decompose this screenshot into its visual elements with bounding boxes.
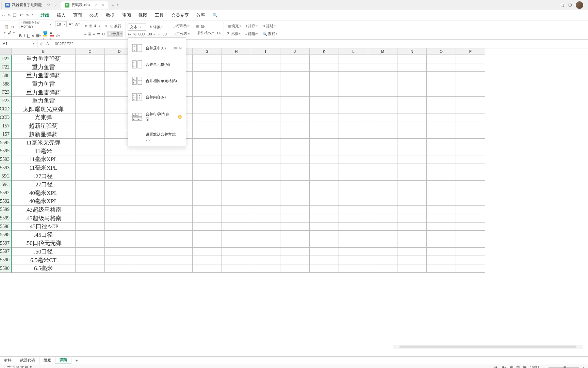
cell[interactable] (251, 63, 280, 72)
cell[interactable]: 重力鱼雷弹药 (12, 55, 76, 63)
cell[interactable] (310, 172, 339, 181)
cell[interactable] (427, 223, 456, 231)
row-header[interactable]: CCD (0, 105, 12, 114)
cell[interactable] (76, 214, 105, 223)
justify-icon[interactable]: ≣ (97, 32, 100, 36)
cell[interactable] (427, 189, 456, 198)
user-avatar[interactable] (576, 1, 583, 9)
row-header[interactable]: 59C (0, 172, 12, 181)
cell[interactable] (427, 248, 456, 256)
cell[interactable] (368, 181, 397, 189)
more-icon[interactable]: ▾ (32, 13, 33, 18)
cell[interactable] (427, 122, 456, 131)
underline-button[interactable]: U (27, 34, 30, 38)
cell[interactable] (105, 231, 134, 239)
cell[interactable] (251, 72, 280, 80)
cell[interactable] (134, 231, 163, 239)
cell[interactable] (251, 155, 280, 164)
cell[interactable] (456, 231, 485, 239)
cell[interactable] (310, 97, 339, 105)
cell[interactable] (193, 189, 222, 198)
cell[interactable] (134, 164, 163, 172)
cell[interactable] (368, 164, 397, 172)
cell[interactable] (251, 55, 280, 63)
view-page-icon[interactable]: ▥ (516, 365, 520, 368)
cell[interactable] (251, 239, 280, 248)
cell[interactable]: .50口径 (12, 248, 76, 256)
row-header[interactable]: 157 (0, 122, 12, 131)
column-header[interactable]: J (280, 48, 310, 55)
cell[interactable] (222, 256, 251, 264)
cell[interactable] (310, 206, 339, 214)
cell[interactable] (193, 264, 222, 273)
cell[interactable] (397, 55, 427, 63)
cell[interactable] (193, 239, 222, 248)
cell[interactable] (368, 264, 397, 273)
cell[interactable] (134, 223, 163, 231)
cell[interactable] (339, 139, 368, 147)
cell[interactable] (134, 264, 163, 273)
cell[interactable] (193, 55, 222, 63)
cell[interactable] (280, 113, 310, 122)
cell[interactable] (368, 223, 397, 231)
cell[interactable] (193, 197, 222, 206)
cell[interactable]: 11毫米XPL (12, 155, 76, 164)
cell[interactable] (163, 147, 193, 156)
cell[interactable] (397, 197, 427, 206)
cell[interactable] (251, 88, 280, 97)
indent-left-icon[interactable]: ⇤ (99, 24, 102, 28)
cell[interactable] (280, 189, 310, 198)
cell[interactable] (427, 181, 456, 189)
cell[interactable] (105, 172, 134, 181)
search-icon[interactable]: 🔍 (213, 13, 218, 18)
cell[interactable] (222, 231, 251, 239)
cell[interactable] (134, 197, 163, 206)
align-right-icon[interactable]: ≡ (93, 32, 95, 36)
column-header[interactable]: I (251, 48, 280, 55)
cell[interactable] (339, 223, 368, 231)
cell[interactable] (310, 139, 339, 147)
fill-color-button[interactable]: 🪣▾ (43, 31, 48, 41)
cell[interactable] (134, 172, 163, 181)
cell[interactable] (105, 239, 134, 248)
cell[interactable] (76, 80, 105, 89)
cell[interactable] (280, 122, 310, 131)
cell[interactable] (193, 97, 222, 105)
cell[interactable]: 超新星弹药 (12, 130, 76, 139)
cell[interactable] (105, 147, 134, 156)
merge-default-item[interactable]: 设置默认合并方式(T)... (128, 128, 186, 144)
cell[interactable] (280, 88, 310, 97)
cell[interactable] (280, 248, 310, 256)
row-header[interactable]: 5599 (0, 214, 12, 223)
cell[interactable]: 11毫米 (12, 147, 76, 156)
cell[interactable] (427, 80, 456, 89)
cell[interactable] (251, 214, 280, 223)
align-middle-icon[interactable]: ≡ (89, 24, 92, 28)
zoom-in-button[interactable]: + (583, 366, 585, 368)
cell[interactable] (134, 214, 163, 223)
cell[interactable] (76, 239, 105, 248)
cell[interactable] (76, 197, 105, 206)
row-header[interactable]: 588 (0, 72, 12, 80)
cell[interactable] (105, 214, 134, 223)
cell[interactable] (310, 223, 339, 231)
menu-page[interactable]: 页面 (70, 11, 85, 20)
cell[interactable] (456, 113, 485, 122)
cell[interactable] (280, 231, 310, 239)
cell[interactable] (339, 72, 368, 80)
zoom-out-button[interactable]: − (543, 366, 545, 368)
column-header[interactable]: G (193, 48, 222, 55)
filter-button[interactable]: ▽ 筛选▾ (243, 31, 259, 37)
fill-button[interactable]: ▦ 填充▾ (226, 23, 242, 29)
cell[interactable] (222, 63, 251, 72)
cell[interactable] (339, 130, 368, 139)
cell[interactable]: .27口径 (12, 172, 76, 181)
cell[interactable] (163, 206, 193, 214)
cond-format-button[interactable]: 条件格式▾ (195, 30, 215, 36)
cell[interactable] (193, 130, 222, 139)
cell[interactable] (222, 139, 251, 147)
cell[interactable] (222, 223, 251, 231)
cell[interactable] (310, 231, 339, 239)
cell[interactable] (193, 155, 222, 164)
indent-right-icon[interactable]: ⇥ (104, 24, 107, 28)
